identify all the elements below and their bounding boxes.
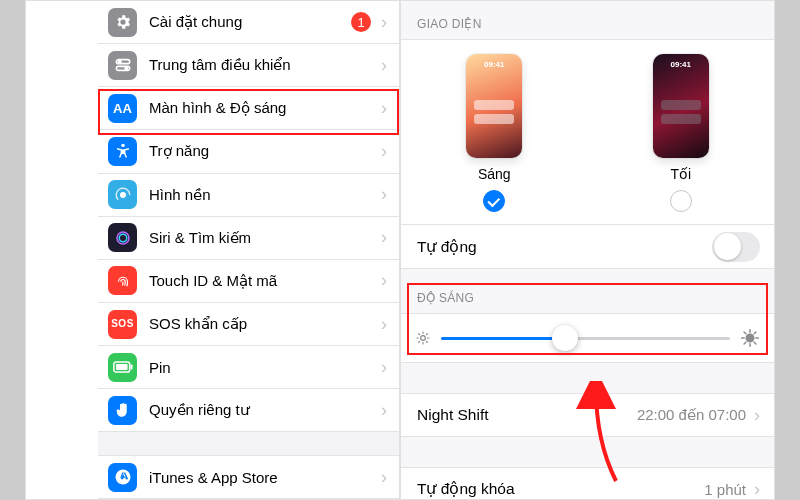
svg-point-2 (118, 61, 121, 64)
slider-knob[interactable] (552, 325, 578, 351)
row-sos[interactable]: SOS SOS khẩn cấp › (98, 303, 399, 346)
chevron-right-icon: › (375, 184, 399, 205)
chevron-right-icon: › (375, 55, 399, 76)
row-label: Màn hình & Độ sáng (149, 99, 375, 117)
chevron-right-icon: › (375, 467, 399, 488)
row-autolock[interactable]: Tự động khóa 1 phút › (401, 467, 774, 500)
nightshift-label: Night Shift (417, 406, 637, 424)
automatic-toggle[interactable] (712, 232, 760, 262)
hand-icon (108, 396, 137, 425)
radio-light-selected[interactable] (483, 190, 505, 212)
fingerprint-icon (108, 266, 137, 295)
row-label: Cài đặt chung (149, 13, 351, 31)
row-label: Siri & Tìm kiếm (149, 229, 375, 247)
row-wallpaper[interactable]: Hình nền › (98, 174, 399, 217)
chevron-right-icon: › (375, 400, 399, 421)
row-label: Trợ năng (149, 142, 375, 160)
row-label: Quyền riêng tư (149, 401, 375, 419)
settings-list: Cài đặt chung 1 › Trung tâm điều khiển ›… (98, 1, 399, 499)
svg-point-4 (121, 144, 124, 147)
chevron-right-icon: › (375, 270, 399, 291)
row-itunes-store[interactable]: iTunes & App Store › (98, 456, 399, 499)
row-privacy[interactable]: Quyền riêng tư › (98, 389, 399, 432)
row-accessibility[interactable]: Trợ năng › (98, 130, 399, 173)
chevron-right-icon: › (746, 479, 760, 500)
row-label: Pin (149, 359, 375, 376)
nightshift-detail: 22:00 đến 07:00 (637, 406, 746, 424)
settings-left-panel: Cài đặt chung 1 › Trung tâm điều khiển ›… (25, 0, 400, 500)
notification-badge: 1 (351, 12, 371, 32)
appstore-icon (108, 463, 137, 492)
brightness-slider-row (401, 313, 774, 363)
chevron-right-icon: › (375, 98, 399, 119)
svg-point-7 (119, 234, 127, 242)
appearance-option-dark[interactable]: 09:41 Tối (653, 54, 709, 212)
row-general[interactable]: Cài đặt chung 1 › (98, 1, 399, 44)
brightness-slider[interactable] (441, 337, 730, 340)
gear-icon (108, 8, 137, 37)
row-touchid[interactable]: Touch ID & Mật mã › (98, 260, 399, 303)
row-display-brightness[interactable]: AA Màn hình & Độ sáng › (98, 87, 399, 130)
dark-label: Tối (670, 166, 691, 182)
svg-rect-9 (115, 364, 127, 370)
brightness-header: ĐỘ SÁNG (401, 269, 774, 313)
wallpaper-icon (108, 180, 137, 209)
section-gap (98, 432, 399, 456)
phone-preview-dark: 09:41 (653, 54, 709, 158)
chevron-right-icon: › (375, 227, 399, 248)
battery-icon (108, 353, 137, 382)
svg-point-13 (746, 334, 754, 342)
sun-min-icon (415, 330, 431, 346)
row-siri[interactable]: Siri & Tìm kiếm › (98, 217, 399, 260)
sun-max-icon (740, 328, 760, 348)
row-label: Hình nền (149, 186, 375, 204)
autolock-label: Tự động khóa (417, 480, 704, 498)
svg-point-12 (421, 336, 426, 341)
section-gap (401, 363, 774, 393)
svg-point-3 (125, 67, 128, 70)
radio-dark[interactable] (670, 190, 692, 212)
automatic-label: Tự động (417, 238, 712, 256)
display-settings-panel: GIAO DIỆN 09:41 Sáng 09:41 Tối (400, 0, 775, 500)
row-label: Trung tâm điều khiển (149, 56, 375, 74)
siri-icon (108, 223, 137, 252)
row-label: Touch ID & Mật mã (149, 272, 375, 290)
row-label: iTunes & App Store (149, 469, 375, 486)
svg-point-5 (120, 192, 126, 198)
light-label: Sáng (478, 166, 511, 182)
chevron-right-icon: › (375, 314, 399, 335)
row-nightshift[interactable]: Night Shift 22:00 đến 07:00 › (401, 393, 774, 437)
chevron-right-icon: › (375, 357, 399, 378)
chevron-right-icon: › (375, 12, 399, 33)
toggles-icon (108, 51, 137, 80)
phone-preview-light: 09:41 (466, 54, 522, 158)
chevron-right-icon: › (746, 405, 760, 426)
accessibility-icon (108, 137, 137, 166)
sos-icon: SOS (108, 310, 137, 339)
row-automatic[interactable]: Tự động (401, 225, 774, 269)
left-margin (26, 1, 98, 499)
chevron-right-icon: › (375, 141, 399, 162)
row-control-center[interactable]: Trung tâm điều khiển › (98, 44, 399, 87)
appearance-header: GIAO DIỆN (401, 1, 774, 39)
appearance-section: 09:41 Sáng 09:41 Tối (401, 39, 774, 225)
row-label: SOS khẩn cấp (149, 315, 375, 333)
row-battery[interactable]: Pin › (98, 346, 399, 389)
autolock-detail: 1 phút (704, 481, 746, 498)
text-size-icon: AA (108, 94, 137, 123)
section-gap (401, 437, 774, 467)
appearance-option-light[interactable]: 09:41 Sáng (466, 54, 522, 212)
svg-rect-10 (130, 365, 132, 370)
